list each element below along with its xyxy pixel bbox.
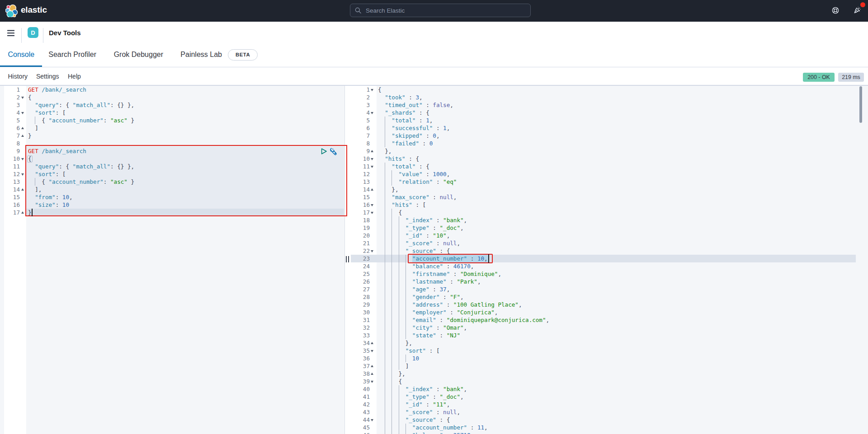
- response-text-cursor: [488, 254, 489, 263]
- fold-close-icon[interactable]: [371, 188, 373, 191]
- line-number-text: 15: [4, 193, 20, 201]
- code-token: ,: [419, 94, 423, 101]
- line-number-text: 12: [4, 170, 20, 178]
- response-scrollbar-thumb[interactable]: [859, 86, 862, 123]
- code-token: 0: [433, 132, 436, 139]
- line-number-text: 24: [345, 262, 370, 270]
- code-token: "employer": [412, 309, 447, 316]
- code-token: "value": [399, 171, 423, 177]
- code-line-13: "relation" : "eq": [378, 178, 457, 186]
- code-token: [378, 409, 406, 415]
- code-token: ,: [453, 194, 457, 201]
- code-token: : {} },: [110, 102, 134, 108]
- code-token: {: [28, 117, 49, 124]
- line-number-text: 4: [4, 109, 20, 117]
- code-token: "asc": [110, 178, 127, 185]
- fold-open-icon[interactable]: [371, 381, 373, 383]
- line-number-text: 1: [345, 86, 370, 93]
- line-number-text: 33: [345, 331, 370, 339]
- code-line-44: "_source" : {: [378, 416, 450, 424]
- code-token: "F": [450, 294, 460, 300]
- send-request-icon[interactable]: [321, 148, 327, 154]
- fold-close-icon[interactable]: [371, 373, 373, 375]
- fold-open-icon[interactable]: [371, 158, 373, 160]
- code-token: },: [378, 340, 412, 346]
- fold-open-icon[interactable]: [21, 158, 24, 160]
- code-token: [28, 102, 35, 108]
- wrench-icon[interactable]: [330, 147, 338, 156]
- code-token: :: [467, 255, 477, 262]
- line-number-text: 9: [4, 147, 20, 155]
- code-line-15: "from": 10,: [28, 193, 73, 201]
- code-line-2: {: [28, 93, 32, 101]
- fold-close-icon[interactable]: [21, 188, 24, 191]
- fold-open-icon[interactable]: [371, 419, 373, 421]
- line-number-text: 37: [345, 362, 370, 370]
- fold-close-icon[interactable]: [21, 127, 24, 129]
- line-number-text: 17: [345, 209, 370, 216]
- code-token: :: [423, 102, 433, 108]
- code-token: [378, 386, 406, 392]
- code-token: [378, 240, 406, 247]
- code-line-22: "_source" : {: [378, 247, 450, 255]
- code-token: "account_number": [49, 117, 104, 124]
- code-token: ,: [69, 194, 73, 201]
- line-number-text: 13: [4, 178, 20, 186]
- code-line-29: "address" : "100 Gatling Place",: [378, 301, 522, 308]
- code-token: "gender": [412, 294, 440, 300]
- code-token: "_score": [406, 240, 433, 247]
- code-token: }: [127, 178, 134, 185]
- fold-close-icon[interactable]: [21, 211, 24, 214]
- line-number-text: 11: [4, 163, 20, 170]
- fold-open-icon[interactable]: [371, 112, 373, 114]
- fold-open-icon[interactable]: [371, 204, 373, 206]
- code-token: :: [433, 217, 443, 224]
- code-token: ,: [484, 255, 488, 262]
- code-line-32: "city" : "Omar",: [378, 324, 467, 331]
- code-token: ,: [464, 217, 467, 224]
- code-token: ,: [436, 132, 440, 139]
- code-token: }: [28, 132, 32, 139]
- code-token: "account_number": [49, 178, 104, 185]
- code-token: [378, 109, 385, 116]
- code-line-19: "_type" : "_doc",: [378, 224, 464, 232]
- fold-open-icon[interactable]: [21, 112, 24, 114]
- code-token: "bank": [443, 386, 464, 392]
- code-token: /bank/_search: [42, 148, 86, 154]
- code-line-43: "_score" : null,: [378, 408, 460, 416]
- line-number-text: 6: [345, 124, 370, 132]
- code-token: 3: [415, 94, 419, 101]
- code-token: [378, 324, 412, 331]
- code-token: "_index": [406, 386, 433, 392]
- code-line-9: GET /bank/_search: [28, 147, 86, 155]
- code-token: ,: [519, 301, 522, 308]
- fold-open-icon[interactable]: [21, 173, 24, 176]
- code-token: "Park": [457, 278, 477, 285]
- line-number-text: 10: [345, 155, 370, 163]
- fold-close-icon[interactable]: [371, 365, 373, 367]
- code-line-17: }: [28, 209, 32, 216]
- code-token: [378, 317, 412, 323]
- code-token: :: [447, 278, 457, 285]
- fold-open-icon[interactable]: [371, 89, 373, 91]
- line-number-text: 25: [345, 270, 370, 278]
- code-token: [378, 271, 412, 277]
- line-number-text: 13: [345, 178, 370, 186]
- fold-open-icon[interactable]: [371, 212, 373, 214]
- fold-open-icon[interactable]: [371, 350, 373, 352]
- code-token: :: [419, 140, 429, 147]
- code-token: : {: [59, 163, 72, 170]
- code-token: :: [56, 194, 62, 201]
- code-token: "sort": [35, 109, 56, 116]
- fold-close-icon[interactable]: [371, 150, 373, 152]
- fold-close-icon[interactable]: [371, 342, 373, 344]
- code-token: ,: [498, 271, 501, 277]
- code-token: {: [28, 155, 32, 162]
- fold-close-icon[interactable]: [21, 135, 24, 137]
- fold-open-icon[interactable]: [21, 97, 24, 99]
- fold-open-icon[interactable]: [371, 166, 373, 168]
- fold-open-icon[interactable]: [371, 250, 373, 252]
- line-number-text: 17: [4, 209, 20, 216]
- code-token: "sort": [35, 171, 56, 177]
- code-line-27: "age" : 37,: [378, 285, 450, 293]
